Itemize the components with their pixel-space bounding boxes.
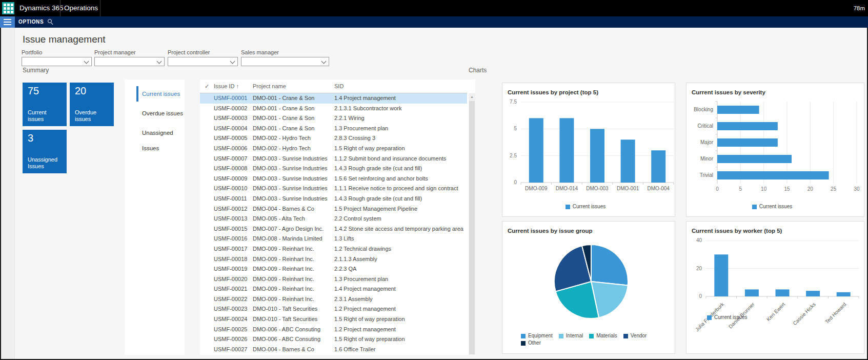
cell-issue-id[interactable]: USMF-00023 bbox=[214, 304, 253, 314]
bar-DMO-004[interactable] bbox=[651, 150, 665, 183]
table-row[interactable]: USMF-00007DMO-003 - Sunrise Industries1.… bbox=[200, 154, 467, 164]
cell-project-name: DMO-001 - Crane & Son bbox=[253, 124, 334, 134]
cell-issue-id[interactable]: USMF-00024 bbox=[214, 314, 253, 325]
cell-issue-id[interactable]: USMF-00025 bbox=[214, 325, 253, 335]
sales-manager-combobox[interactable] bbox=[241, 57, 329, 66]
cell-issue-id[interactable]: USMF-00001 bbox=[214, 93, 253, 104]
collapsed-nav-rail[interactable] bbox=[1, 28, 15, 359]
bar-DMO-003[interactable] bbox=[590, 129, 604, 183]
column-header-issue-id[interactable]: Issue ID ↑ bbox=[214, 79, 253, 93]
bar-Blocking[interactable] bbox=[717, 106, 759, 114]
table-row[interactable]: USMF-00025DMO-006 - ABC Consuting1.2 Pro… bbox=[200, 325, 467, 335]
table-row[interactable]: USMF-00017DMO-009 - Reinhart Inc.1.2 Tec… bbox=[200, 244, 467, 254]
tile-current-issues[interactable]: 75 Current issues bbox=[23, 83, 67, 126]
cell-issue-id[interactable]: USMF-00019 bbox=[214, 264, 253, 274]
table-row[interactable]: USMF-00010DMO-003 - Sunrise Industries1.… bbox=[200, 184, 467, 194]
bar-Ted Howard[interactable] bbox=[837, 292, 851, 296]
cell-issue-id[interactable]: USMF-00027 bbox=[214, 345, 253, 355]
bar-Major[interactable] bbox=[717, 138, 778, 147]
cell-issue-id[interactable]: USMF-00009 bbox=[214, 174, 253, 184]
cell-issue-id[interactable]: USMF-00018 bbox=[214, 254, 253, 265]
cell-issue-id[interactable]: USMF-00007 bbox=[214, 154, 253, 164]
bar-Critical[interactable] bbox=[717, 122, 778, 130]
module-name[interactable]: Operations bbox=[64, 0, 98, 16]
table-row[interactable]: USMF-00015DMO-007 - Agro Design Inc.1.4.… bbox=[200, 224, 467, 234]
cell-issue-id[interactable]: USMF-00002 bbox=[214, 104, 253, 114]
table-row[interactable]: USMF-00024DMO-010 - Taft Securities1.5 R… bbox=[200, 314, 467, 325]
portfolio-combobox[interactable] bbox=[22, 57, 92, 66]
cell-issue-id[interactable]: USMF-00016 bbox=[214, 234, 253, 244]
project-manager-combobox[interactable] bbox=[94, 57, 165, 66]
cell-sid: 1.4.3 Rough grade site (cut and fill) bbox=[334, 194, 467, 204]
table-row[interactable]: USMF-00003DMO-001 - Crane & Son2.2.1 Wir… bbox=[200, 113, 467, 124]
table-row[interactable]: USMF-00004DMO-001 - Crane & Son1.3 Procu… bbox=[200, 124, 467, 134]
table-row[interactable]: USMF-00006DMO-002 - Hydro Tech1.5 Right … bbox=[200, 144, 467, 154]
table-row[interactable]: USMF-00002DMO-001 - Crane & Son2.1.3.1 S… bbox=[200, 104, 467, 114]
table-row[interactable]: USMF-00019DMO-009 - Reinhart Inc.2.2.3 Q… bbox=[200, 264, 467, 274]
search-icon[interactable] bbox=[48, 19, 54, 25]
bar-DMO-014[interactable] bbox=[559, 118, 574, 183]
table-row[interactable]: USMF-00016DMO-008 - Marinda Limited1.3 L… bbox=[200, 234, 467, 244]
tile-unassigned-issues[interactable]: 3 Unassigned Issues bbox=[23, 130, 67, 173]
cell-sid: 1.2 Technical drawings bbox=[334, 244, 467, 254]
product-name[interactable]: Dynamics 365 bbox=[19, 0, 64, 16]
cell-issue-id[interactable]: USMF-00004 bbox=[214, 124, 253, 134]
bar-Minor[interactable] bbox=[717, 155, 792, 163]
project-controller-combobox[interactable] bbox=[168, 57, 238, 66]
row-checkbox-cell bbox=[205, 274, 214, 285]
cell-issue-id[interactable]: USMF-00017 bbox=[214, 244, 253, 254]
cell-issue-id[interactable]: USMF-00012 bbox=[214, 204, 253, 214]
cell-issue-id[interactable]: USMF-00010 bbox=[214, 184, 253, 194]
svg-text:Cassie Hicks: Cassie Hicks bbox=[792, 302, 817, 327]
app-launcher-waffle-icon[interactable] bbox=[2, 2, 14, 14]
cell-issue-id[interactable]: USMF-00013 bbox=[214, 214, 253, 224]
bar-Julia Funderburk[interactable] bbox=[714, 254, 728, 296]
bar-DMO-009[interactable] bbox=[529, 118, 543, 183]
options-menu[interactable]: OPTIONS bbox=[18, 16, 44, 28]
bar-DMO-001[interactable] bbox=[621, 139, 635, 183]
cell-issue-id[interactable]: USMF-00021 bbox=[214, 284, 253, 294]
table-row[interactable]: USMF-00011DMO-003 - Sunrise Industries1.… bbox=[200, 194, 467, 204]
cell-issue-id[interactable]: USMF-00022 bbox=[214, 294, 253, 305]
cell-issue-id[interactable]: USMF-00020 bbox=[214, 274, 253, 285]
svg-text:30: 30 bbox=[854, 186, 860, 192]
cell-issue-id[interactable]: USMF-00026 bbox=[214, 334, 253, 345]
hamburger-icon[interactable] bbox=[0, 16, 15, 28]
legend-label: Other bbox=[528, 339, 541, 347]
cell-issue-id[interactable]: USMF-00011 bbox=[214, 194, 253, 204]
table-row[interactable]: USMF-00026DMO-006 - ABC Consuting1.5 Rig… bbox=[200, 334, 467, 345]
cell-issue-id[interactable]: USMF-00008 bbox=[214, 164, 253, 174]
tile-overdue-issues[interactable]: 20 Overdue issues bbox=[70, 83, 114, 126]
table-row[interactable]: USMF-00013DMO-005 - Alta Tech2.2 Control… bbox=[200, 214, 467, 224]
table-row[interactable]: USMF-00027DMO-004 - Barnes & Co1.6 Offic… bbox=[200, 345, 467, 355]
select-all-check-icon[interactable]: ✓ bbox=[205, 79, 214, 93]
tab-current-issues[interactable]: Current issues bbox=[125, 86, 185, 102]
table-row[interactable]: USMF-00001DMO-001 - Crane & Son1.4 Proje… bbox=[200, 93, 467, 104]
column-header-sid[interactable]: SID bbox=[334, 79, 467, 93]
column-header-project-name[interactable]: Project name bbox=[253, 79, 334, 93]
table-row[interactable]: USMF-00012DMO-004 - Barnes & Co1.5 Proje… bbox=[200, 204, 467, 214]
bar-Ken Ewert[interactable] bbox=[776, 289, 790, 296]
cell-issue-id[interactable]: USMF-00015 bbox=[214, 224, 253, 234]
table-row[interactable]: USMF-00020DMO-009 - Reinhart Inc.1.3 Pro… bbox=[200, 274, 467, 285]
table-row[interactable]: USMF-00023DMO-010 - Taft Securities1.2 P… bbox=[200, 304, 467, 314]
tab-overdue-issues[interactable]: Overdue issues bbox=[125, 106, 185, 121]
table-row[interactable]: USMF-00009DMO-003 - Sunrise Industries1.… bbox=[200, 174, 467, 184]
bar-Cassie Hicks[interactable] bbox=[806, 291, 820, 296]
cell-issue-id[interactable]: USMF-00005 bbox=[214, 133, 253, 144]
scrollbar[interactable]: ▲ bbox=[469, 93, 475, 355]
scroll-up-icon[interactable]: ▲ bbox=[469, 93, 475, 101]
table-row[interactable]: USMF-00018DMO-009 - Reinhart Inc.2.1.1.3… bbox=[200, 254, 467, 265]
cell-issue-id[interactable]: USMF-00006 bbox=[214, 144, 253, 154]
pie-slice-Equipment[interactable] bbox=[591, 245, 628, 286]
bar-Trivial[interactable] bbox=[717, 171, 829, 179]
table-row[interactable]: USMF-00005DMO-002 - Hydro Tech2.8.3 Cros… bbox=[200, 133, 467, 144]
table-row[interactable]: USMF-00022DMO-009 - Reinhart Inc.2.3.1 A… bbox=[200, 294, 467, 305]
table-row[interactable]: USMF-00021DMO-009 - Reinhart Inc.1.4 Pro… bbox=[200, 284, 467, 294]
cell-issue-id[interactable]: USMF-00003 bbox=[214, 113, 253, 124]
table-row[interactable]: USMF-00008DMO-003 - Sunrise Industries1.… bbox=[200, 164, 467, 174]
bar-Daniel Brunner[interactable] bbox=[745, 289, 759, 296]
svg-text:Trivial: Trivial bbox=[700, 172, 713, 178]
scrollbar-thumb[interactable] bbox=[469, 101, 475, 354]
tab-unassigned-issues[interactable]: Unassigned Issues bbox=[125, 125, 185, 141]
